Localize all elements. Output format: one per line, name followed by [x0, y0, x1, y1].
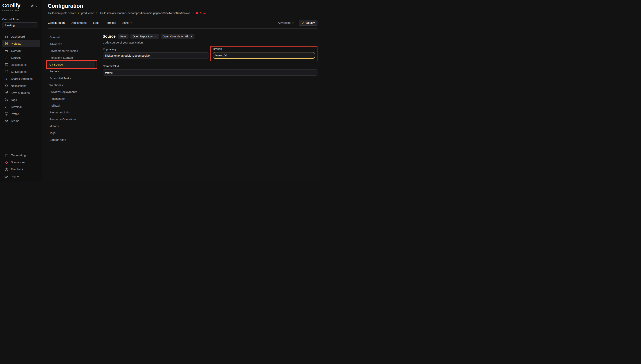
- subnav-item-advanced[interactable]: Advanced: [48, 40, 95, 47]
- advanced-control[interactable]: Advanced: [278, 21, 294, 24]
- advanced-label: Advanced: [278, 21, 291, 24]
- tab-logs[interactable]: Logs: [93, 21, 100, 24]
- sidebar-item-label: Terminal: [11, 105, 22, 108]
- sidebar-item-destinations[interactable]: Destinations: [2, 61, 40, 68]
- chevron-right-icon: [192, 12, 194, 14]
- tab-terminal[interactable]: Terminal: [105, 21, 116, 24]
- source-description: Code source of your application.: [103, 41, 317, 44]
- source-heading: Source: [103, 34, 116, 38]
- sidebar-item-servers[interactable]: Servers: [2, 47, 40, 54]
- terminal-icon: [5, 105, 8, 109]
- repository-field: Repository: [103, 48, 209, 59]
- open-repository-button[interactable]: Open Repository: [130, 34, 159, 39]
- subnav-item-general[interactable]: General: [48, 34, 95, 40]
- chevrons-up-down-icon: [130, 22, 132, 24]
- branch-input[interactable]: level-100: [213, 52, 315, 59]
- app-logo: Coolify: [2, 3, 20, 9]
- sidebar-footer-nav: Onboarding Sponsor us Feedback Logout: [2, 152, 40, 180]
- commit-sha-label: Commit SHA: [103, 64, 317, 68]
- subnav-item-rollback[interactable]: Rollback: [48, 102, 95, 109]
- tab-configuration[interactable]: Configuration: [48, 21, 65, 24]
- sidebar-item-notifications[interactable]: Notifications: [2, 82, 40, 89]
- tab-deployments[interactable]: Deployments: [71, 21, 87, 24]
- subnav-item-healthcheck[interactable]: Healthcheck: [48, 95, 95, 102]
- sidebar-item-sources[interactable]: Sources: [2, 54, 40, 61]
- sidebar-item-shared-variables[interactable]: (x) Shared Variables: [2, 75, 40, 82]
- map-x-icon: [5, 63, 8, 66]
- tabs-row: Configuration Deployments Logs Terminal …: [48, 20, 317, 26]
- subnav-item-resource-limits[interactable]: Resource Limits: [48, 109, 95, 116]
- play-icon: [301, 21, 304, 24]
- git-source-panel: Source Save Open Repository Open Commits…: [103, 34, 317, 143]
- main-content: Configuration illicitonion quote server …: [42, 0, 321, 182]
- sidebar-item-label: Destinations: [11, 63, 27, 66]
- subnav-item-servers[interactable]: Servers: [48, 68, 95, 75]
- sidebar-item-label: Profile: [11, 112, 19, 116]
- help-circle-icon: [5, 167, 8, 171]
- list-checks-icon: [5, 153, 8, 157]
- subnav-item-git-source[interactable]: Git Source: [48, 61, 95, 68]
- subnav-item-persistent-storage[interactable]: Persistent Storage: [48, 54, 95, 61]
- sidebar-item-projects[interactable]: Projects: [2, 40, 40, 47]
- app-version: v4.0.0-beta.399: [2, 9, 40, 12]
- subnav-item-label: Git Source: [50, 63, 63, 66]
- tags-icon: [5, 98, 8, 102]
- breadcrumb-project[interactable]: illicitonion quote server: [48, 12, 76, 15]
- subnav-item-environment-variables[interactable]: Environment Variables: [48, 47, 95, 54]
- sidebar-item-s3-storages[interactable]: S3 Storages: [2, 68, 40, 75]
- logo-row: Coolify: [2, 3, 40, 9]
- subnav-item-tags[interactable]: Tags: [48, 130, 95, 136]
- sidebar-item-logout[interactable]: Logout: [2, 173, 40, 180]
- deploy-button[interactable]: Deploy: [299, 20, 317, 26]
- commit-sha-input[interactable]: [103, 69, 317, 76]
- sidebar-item-onboarding[interactable]: Onboarding: [2, 152, 40, 159]
- subnav-item-metrics[interactable]: Metrics: [48, 122, 95, 130]
- parentheses-x-icon: (x): [5, 77, 8, 80]
- subnav-item-scheduled-tasks[interactable]: Scheduled Tasks: [48, 75, 95, 82]
- sidebar-item-label: Logout: [11, 174, 20, 178]
- chevron-right-icon: [78, 12, 80, 14]
- git-source-icon: [5, 56, 8, 60]
- subnav-item-preview-deployments[interactable]: Preview Deployments: [48, 88, 95, 95]
- open-commits-button[interactable]: Open Commits on Git: [161, 34, 195, 39]
- settings-subnav: General Advanced Environment Variables P…: [48, 34, 95, 143]
- sidebar-item-dashboard[interactable]: Dashboard: [2, 33, 40, 40]
- sidebar-item-label: S3 Storages: [11, 70, 27, 73]
- sidebar-item-label: Notifications: [11, 84, 27, 88]
- status-dot-icon: [196, 12, 198, 14]
- current-team-label: Current Team: [2, 18, 40, 21]
- sidebar-item-teams[interactable]: Teams: [2, 118, 40, 124]
- breadcrumb-environment[interactable]: production: [81, 12, 94, 15]
- breadcrumb-application[interactable]: illicitestonion/-module--decomposition:m…: [100, 12, 190, 15]
- save-button[interactable]: Save: [118, 34, 129, 39]
- sidebar-item-label: Dashboard: [11, 35, 25, 38]
- arrow-up-right-icon: [154, 35, 157, 38]
- subnav-item-danger-zone[interactable]: Danger Zone: [48, 136, 95, 143]
- sidebar-item-terminal[interactable]: Terminal: [2, 103, 40, 110]
- tab-links[interactable]: Links: [122, 21, 132, 24]
- sidebar-nav: Dashboard Projects Servers Sources: [2, 33, 40, 124]
- chevron-right-icon: [96, 12, 98, 14]
- bell-icon: [5, 84, 8, 88]
- sidebar-item-keys-tokens[interactable]: Keys & Tokens: [2, 89, 40, 96]
- sidebar-item-tags[interactable]: Tags: [2, 96, 40, 103]
- sidebar-item-profile[interactable]: Profile: [2, 110, 40, 118]
- theme-toggle-sun-icon[interactable]: [31, 4, 34, 8]
- version-switcher-chevrons-icon[interactable]: [35, 4, 38, 7]
- server-icon: [5, 49, 8, 52]
- sidebar-item-sponsor-us[interactable]: Sponsor us: [2, 159, 40, 166]
- subnav-item-resource-operations[interactable]: Resource Operations: [48, 116, 95, 122]
- repository-input[interactable]: [103, 52, 209, 59]
- sidebar-item-label: Servers: [11, 49, 21, 52]
- repository-label: Repository: [103, 48, 209, 51]
- layers-icon: [5, 42, 8, 46]
- subnav-item-webhooks[interactable]: Webhooks: [48, 82, 95, 88]
- sidebar-item-label: Sponsor us: [11, 160, 25, 164]
- sidebar-item-label: Shared Variables: [11, 77, 33, 80]
- sidebar-item-label: Tags: [11, 98, 17, 102]
- team-select[interactable]: Hosting: [2, 22, 39, 28]
- database-icon: [5, 70, 8, 74]
- logout-icon: [5, 174, 8, 178]
- sidebar-item-feedback[interactable]: Feedback: [2, 166, 40, 173]
- sidebar-item-label: Feedback: [11, 168, 23, 171]
